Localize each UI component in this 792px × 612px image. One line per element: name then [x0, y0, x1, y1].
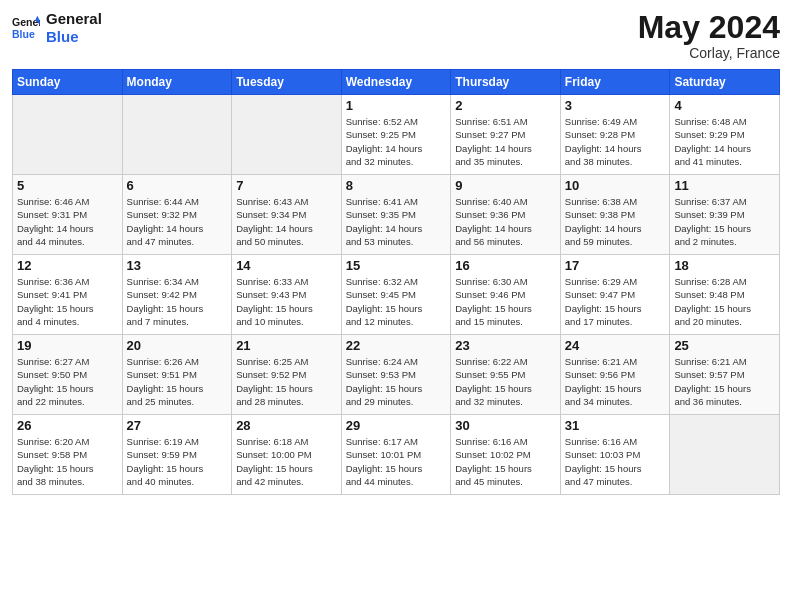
day-info: Sunrise: 6:20 AM Sunset: 9:58 PM Dayligh…	[17, 435, 118, 488]
day-cell: 1Sunrise: 6:52 AM Sunset: 9:25 PM Daylig…	[341, 95, 451, 175]
day-header-row: SundayMondayTuesdayWednesdayThursdayFrid…	[13, 70, 780, 95]
day-cell: 23Sunrise: 6:22 AM Sunset: 9:55 PM Dayli…	[451, 335, 561, 415]
day-info: Sunrise: 6:48 AM Sunset: 9:29 PM Dayligh…	[674, 115, 775, 168]
day-info: Sunrise: 6:38 AM Sunset: 9:38 PM Dayligh…	[565, 195, 666, 248]
day-cell: 28Sunrise: 6:18 AM Sunset: 10:00 PM Dayl…	[232, 415, 342, 495]
day-info: Sunrise: 6:25 AM Sunset: 9:52 PM Dayligh…	[236, 355, 337, 408]
title-block: May 2024 Corlay, France	[638, 10, 780, 61]
day-info: Sunrise: 6:52 AM Sunset: 9:25 PM Dayligh…	[346, 115, 447, 168]
day-cell: 16Sunrise: 6:30 AM Sunset: 9:46 PM Dayli…	[451, 255, 561, 335]
day-info: Sunrise: 6:18 AM Sunset: 10:00 PM Daylig…	[236, 435, 337, 488]
day-number: 12	[17, 258, 118, 273]
day-info: Sunrise: 6:41 AM Sunset: 9:35 PM Dayligh…	[346, 195, 447, 248]
week-row-2: 5Sunrise: 6:46 AM Sunset: 9:31 PM Daylig…	[13, 175, 780, 255]
day-number: 8	[346, 178, 447, 193]
day-number: 6	[127, 178, 228, 193]
day-number: 1	[346, 98, 447, 113]
day-cell: 5Sunrise: 6:46 AM Sunset: 9:31 PM Daylig…	[13, 175, 123, 255]
day-number: 14	[236, 258, 337, 273]
day-number: 9	[455, 178, 556, 193]
day-number: 4	[674, 98, 775, 113]
day-info: Sunrise: 6:46 AM Sunset: 9:31 PM Dayligh…	[17, 195, 118, 248]
day-info: Sunrise: 6:21 AM Sunset: 9:57 PM Dayligh…	[674, 355, 775, 408]
day-number: 17	[565, 258, 666, 273]
day-info: Sunrise: 6:44 AM Sunset: 9:32 PM Dayligh…	[127, 195, 228, 248]
day-number: 15	[346, 258, 447, 273]
day-number: 23	[455, 338, 556, 353]
day-number: 31	[565, 418, 666, 433]
day-number: 7	[236, 178, 337, 193]
day-number: 30	[455, 418, 556, 433]
day-cell: 12Sunrise: 6:36 AM Sunset: 9:41 PM Dayli…	[13, 255, 123, 335]
day-number: 29	[346, 418, 447, 433]
day-info: Sunrise: 6:43 AM Sunset: 9:34 PM Dayligh…	[236, 195, 337, 248]
day-info: Sunrise: 6:24 AM Sunset: 9:53 PM Dayligh…	[346, 355, 447, 408]
day-cell: 2Sunrise: 6:51 AM Sunset: 9:27 PM Daylig…	[451, 95, 561, 175]
day-cell: 21Sunrise: 6:25 AM Sunset: 9:52 PM Dayli…	[232, 335, 342, 415]
day-cell: 3Sunrise: 6:49 AM Sunset: 9:28 PM Daylig…	[560, 95, 670, 175]
day-info: Sunrise: 6:34 AM Sunset: 9:42 PM Dayligh…	[127, 275, 228, 328]
day-info: Sunrise: 6:27 AM Sunset: 9:50 PM Dayligh…	[17, 355, 118, 408]
day-number: 16	[455, 258, 556, 273]
day-info: Sunrise: 6:51 AM Sunset: 9:27 PM Dayligh…	[455, 115, 556, 168]
location: Corlay, France	[638, 45, 780, 61]
day-cell: 19Sunrise: 6:27 AM Sunset: 9:50 PM Dayli…	[13, 335, 123, 415]
day-info: Sunrise: 6:16 AM Sunset: 10:02 PM Daylig…	[455, 435, 556, 488]
day-number: 5	[17, 178, 118, 193]
day-cell: 22Sunrise: 6:24 AM Sunset: 9:53 PM Dayli…	[341, 335, 451, 415]
week-row-1: 1Sunrise: 6:52 AM Sunset: 9:25 PM Daylig…	[13, 95, 780, 175]
day-cell: 4Sunrise: 6:48 AM Sunset: 9:29 PM Daylig…	[670, 95, 780, 175]
day-info: Sunrise: 6:49 AM Sunset: 9:28 PM Dayligh…	[565, 115, 666, 168]
day-info: Sunrise: 6:33 AM Sunset: 9:43 PM Dayligh…	[236, 275, 337, 328]
day-number: 26	[17, 418, 118, 433]
week-row-5: 26Sunrise: 6:20 AM Sunset: 9:58 PM Dayli…	[13, 415, 780, 495]
day-number: 19	[17, 338, 118, 353]
day-info: Sunrise: 6:30 AM Sunset: 9:46 PM Dayligh…	[455, 275, 556, 328]
day-cell: 26Sunrise: 6:20 AM Sunset: 9:58 PM Dayli…	[13, 415, 123, 495]
day-cell: 20Sunrise: 6:26 AM Sunset: 9:51 PM Dayli…	[122, 335, 232, 415]
day-cell: 14Sunrise: 6:33 AM Sunset: 9:43 PM Dayli…	[232, 255, 342, 335]
day-cell: 30Sunrise: 6:16 AM Sunset: 10:02 PM Dayl…	[451, 415, 561, 495]
day-number: 10	[565, 178, 666, 193]
day-header-tuesday: Tuesday	[232, 70, 342, 95]
day-header-sunday: Sunday	[13, 70, 123, 95]
day-info: Sunrise: 6:36 AM Sunset: 9:41 PM Dayligh…	[17, 275, 118, 328]
day-info: Sunrise: 6:17 AM Sunset: 10:01 PM Daylig…	[346, 435, 447, 488]
day-number: 18	[674, 258, 775, 273]
day-info: Sunrise: 6:21 AM Sunset: 9:56 PM Dayligh…	[565, 355, 666, 408]
week-row-4: 19Sunrise: 6:27 AM Sunset: 9:50 PM Dayli…	[13, 335, 780, 415]
day-info: Sunrise: 6:16 AM Sunset: 10:03 PM Daylig…	[565, 435, 666, 488]
day-cell	[122, 95, 232, 175]
day-header-monday: Monday	[122, 70, 232, 95]
svg-text:Blue: Blue	[12, 28, 35, 40]
day-cell: 17Sunrise: 6:29 AM Sunset: 9:47 PM Dayli…	[560, 255, 670, 335]
logo-icon: General Blue	[12, 14, 40, 42]
day-info: Sunrise: 6:29 AM Sunset: 9:47 PM Dayligh…	[565, 275, 666, 328]
day-cell: 7Sunrise: 6:43 AM Sunset: 9:34 PM Daylig…	[232, 175, 342, 255]
day-number: 24	[565, 338, 666, 353]
day-info: Sunrise: 6:26 AM Sunset: 9:51 PM Dayligh…	[127, 355, 228, 408]
day-number: 27	[127, 418, 228, 433]
day-cell	[13, 95, 123, 175]
day-number: 20	[127, 338, 228, 353]
day-number: 25	[674, 338, 775, 353]
day-number: 2	[455, 98, 556, 113]
day-cell: 24Sunrise: 6:21 AM Sunset: 9:56 PM Dayli…	[560, 335, 670, 415]
month-year: May 2024	[638, 10, 780, 45]
day-cell: 27Sunrise: 6:19 AM Sunset: 9:59 PM Dayli…	[122, 415, 232, 495]
day-header-friday: Friday	[560, 70, 670, 95]
logo: General Blue General Blue	[12, 10, 102, 46]
header: General Blue General Blue May 2024 Corla…	[12, 10, 780, 61]
svg-text:General: General	[12, 16, 40, 28]
day-number: 13	[127, 258, 228, 273]
day-cell: 25Sunrise: 6:21 AM Sunset: 9:57 PM Dayli…	[670, 335, 780, 415]
day-cell: 13Sunrise: 6:34 AM Sunset: 9:42 PM Dayli…	[122, 255, 232, 335]
day-cell: 15Sunrise: 6:32 AM Sunset: 9:45 PM Dayli…	[341, 255, 451, 335]
day-cell: 29Sunrise: 6:17 AM Sunset: 10:01 PM Dayl…	[341, 415, 451, 495]
day-info: Sunrise: 6:32 AM Sunset: 9:45 PM Dayligh…	[346, 275, 447, 328]
day-cell	[670, 415, 780, 495]
day-header-wednesday: Wednesday	[341, 70, 451, 95]
day-header-saturday: Saturday	[670, 70, 780, 95]
day-number: 21	[236, 338, 337, 353]
day-cell: 10Sunrise: 6:38 AM Sunset: 9:38 PM Dayli…	[560, 175, 670, 255]
